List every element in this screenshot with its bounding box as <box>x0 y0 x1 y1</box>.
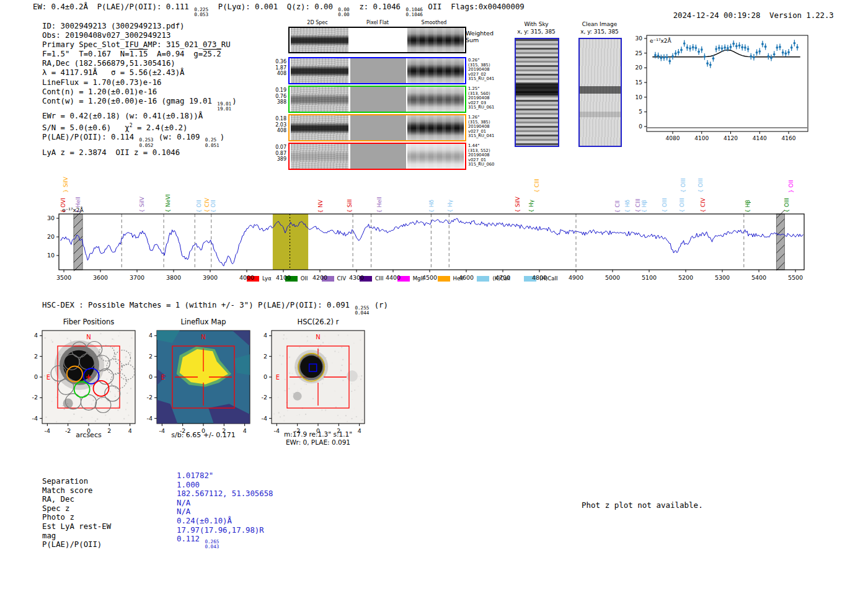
legend-item: MgII <box>397 275 424 282</box>
legend-swatch <box>247 276 259 282</box>
photz-note: Phot z plot not available. <box>582 500 703 510</box>
svg-text:N: N <box>201 334 205 340</box>
clean-image-coords: x, y: 315, 385 <box>569 29 631 35</box>
svg-text:e⁻¹⁷x2Å: e⁻¹⁷x2Å <box>650 37 672 44</box>
spectral-line-label: { OII <box>210 200 216 213</box>
catalog-match-box <box>309 364 317 371</box>
match-table-labels: SeparationMatch scoreRA, DecSpec zPhoto … <box>42 477 111 549</box>
selected-fiber-circle <box>67 367 82 382</box>
fiber-pixelflat-image <box>350 87 406 112</box>
svg-text:-2: -2 <box>147 394 153 401</box>
fiber-row-weights: 0.07 0.87 389 <box>275 144 286 162</box>
svg-text:5100: 5100 <box>642 274 657 281</box>
legend-swatch <box>524 276 536 282</box>
svg-text:4: 4 <box>149 332 153 339</box>
spectral-line-label: { CIII <box>534 179 540 193</box>
spectral-line-label: { OVI <box>60 198 66 213</box>
fiber-2dspec-image <box>291 115 348 140</box>
extraction-region-box <box>172 346 234 408</box>
svg-text:-4: -4 <box>147 415 153 422</box>
fiber-smoothed-image <box>407 144 464 169</box>
svg-text:0: 0 <box>149 373 153 380</box>
fiber-row-id: 1.26" (315, 385) 20190408 v027_01 315_RU… <box>468 115 494 139</box>
spectral-line-label: { Hγ <box>447 200 453 213</box>
svg-text:4100: 4100 <box>694 135 709 141</box>
aperture-ellipse <box>298 353 324 381</box>
svg-text:E: E <box>161 374 165 381</box>
selected-fiber-circle <box>94 381 109 396</box>
fiber-pixelflat-image <box>350 115 406 140</box>
svg-text:3600: 3600 <box>93 274 108 281</box>
hsc-cutout-title: HSC(26.2) r <box>272 318 365 326</box>
col-header-pixelflat: Pixel Flat <box>350 20 405 25</box>
svg-text:2: 2 <box>149 353 153 360</box>
svg-text:3700: 3700 <box>130 274 144 281</box>
fiber-spec-row: 0.36 1.87 408 0.26" (315, 385) 20190408 … <box>288 57 466 84</box>
spectral-line-label: { CIV <box>204 198 210 213</box>
match-table-label: Photo z <box>42 513 111 522</box>
fiber-row-weights: 0.36 1.87 408 <box>275 59 286 77</box>
spectral-line-label: { OII <box>196 200 202 213</box>
svg-text:3900: 3900 <box>203 274 218 281</box>
legend-label: MgII <box>413 275 424 282</box>
detection-info-line: P(LAE)/P(OII): 0.114 0.2530.052 (w: 0.10… <box>42 133 237 148</box>
legend-item: HeII <box>438 275 464 282</box>
match-table-values: 1.01782"1.000182.567112, 51.305658N/AN/A… <box>177 471 273 550</box>
selected-fiber-circle <box>74 382 90 398</box>
match-table-label: P(LAE)/P(OII) <box>42 540 111 549</box>
spectral-line-label: { OIII <box>680 178 686 193</box>
spectral-line-label: { HeII <box>75 197 81 213</box>
spectral-line-label: { CIV <box>700 198 706 213</box>
legend-label: (K)CaII <box>492 275 510 282</box>
legend-item: OII <box>285 275 308 282</box>
svg-text:N: N <box>316 334 320 340</box>
match-table-label: Spec z <box>42 504 111 513</box>
emission-line-highlight-band <box>273 214 308 270</box>
svg-text:30: 30 <box>47 215 55 221</box>
svg-text:5200: 5200 <box>678 274 693 281</box>
weighted-smoothed-image <box>407 28 464 52</box>
lineflux-map-title: Lineflux Map <box>157 318 250 326</box>
weighted-pixelflat-image <box>350 28 406 52</box>
match-table-value: 0.24(±0.10)Å <box>177 517 273 526</box>
fiber-row-id: 1.25" (313, 560) 20190408 v027_03 315_RU… <box>468 87 494 110</box>
fiber-positions-cutout: NE-4-4-2-2002244 <box>32 331 135 434</box>
svg-text:-4: -4 <box>262 415 267 422</box>
detection-info-line: ID: 3002949213 (3002949213.pdf) <box>42 22 237 31</box>
legend-item: CIII <box>360 275 384 282</box>
legend-item: (K)CaII <box>477 275 510 282</box>
match-table-label: mag <box>42 531 111 541</box>
report-version: Version 1.22.3 <box>769 11 834 20</box>
svg-text:5400: 5400 <box>751 274 766 281</box>
fiber-positions-xlabel: arcsecs <box>42 431 135 439</box>
fiber-row-weights: 0.18 2.03 408 <box>275 116 286 134</box>
line-fit-zoom-plot: 05101520253040804100412041404160e⁻¹⁷x2Å <box>636 35 808 141</box>
svg-text:3800: 3800 <box>166 274 181 281</box>
svg-text:-4: -4 <box>32 415 38 422</box>
svg-text:25: 25 <box>636 50 642 56</box>
fiber-spec-row: 0.19 0.76 388 1.25" (313, 560) 20190408 … <box>288 86 466 113</box>
spectral-line-label: { SiIV <box>515 197 521 213</box>
svg-text:4120: 4120 <box>724 135 738 141</box>
legend-swatch <box>322 276 334 282</box>
spectral-line-label: { HeII <box>376 197 383 213</box>
summary-header-line: EW: 0.4±0.2Å P(LAE)/P(OII): 0.111 0.2250… <box>33 2 525 17</box>
legend-item: (H)CaII <box>524 275 558 282</box>
fiber-spec-row: 0.07 0.87 389 1.44" (313, 552) 20190408 … <box>288 143 466 170</box>
svg-text:5: 5 <box>639 109 642 115</box>
svg-text:2: 2 <box>264 353 267 360</box>
svg-text:10: 10 <box>47 252 55 259</box>
spectral-line-label: { Hγ <box>528 200 534 213</box>
fiber-row-id: 1.44" (313, 552) 20190408 v027_01 315_RU… <box>468 144 494 167</box>
fiber-2dspec-image <box>291 58 348 83</box>
svg-text:N: N <box>86 334 91 340</box>
svg-text:30: 30 <box>636 35 643 42</box>
svg-text:4: 4 <box>264 332 267 339</box>
match-table-label: RA, Dec <box>42 495 111 504</box>
legend-swatch <box>285 276 298 282</box>
svg-text:4900: 4900 <box>569 274 583 281</box>
detection-info-block: ID: 3002949213 (3002949213.pdf)Obs: 2019… <box>42 22 237 158</box>
legend-item: CIV <box>322 275 346 282</box>
legend-swatch <box>397 276 410 282</box>
detection-info-line: Cont(n) = 1.20(±0.01)e-16 <box>42 87 237 97</box>
